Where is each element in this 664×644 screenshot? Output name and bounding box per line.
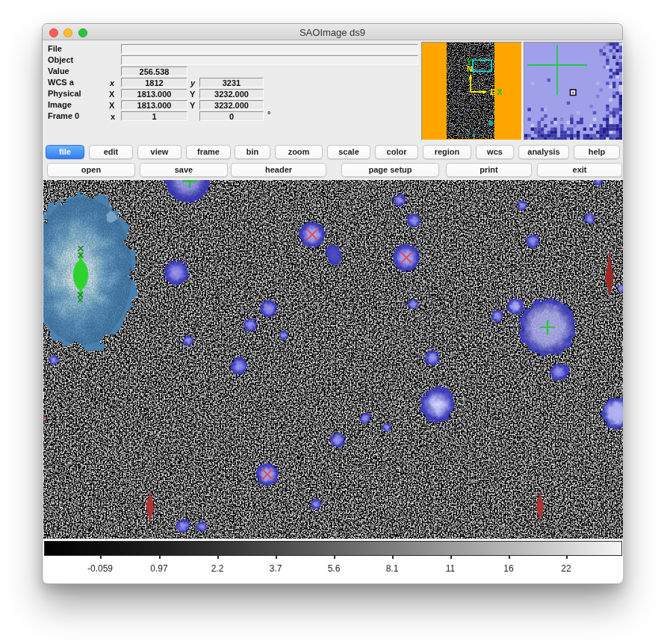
svg-text:Y: Y <box>466 58 472 66</box>
svg-text:X: X <box>497 87 503 96</box>
svg-text:E: E <box>490 87 495 96</box>
